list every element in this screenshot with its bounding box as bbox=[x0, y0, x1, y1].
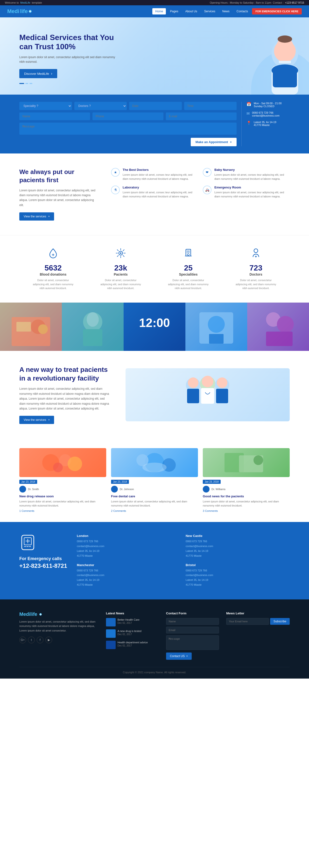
blood-label: Blood donations bbox=[31, 273, 75, 276]
footer-about-col: Medilife Lorem ipsum dolor sit amet, con… bbox=[19, 612, 99, 660]
nav-contacts[interactable]: Contacts bbox=[234, 8, 251, 14]
dot-active[interactable] bbox=[19, 83, 24, 84]
city-london-name: London bbox=[77, 534, 181, 538]
blood-icon bbox=[31, 247, 75, 261]
social-google[interactable]: G+ bbox=[19, 637, 26, 643]
nav-pages[interactable]: Pages bbox=[167, 8, 181, 14]
nav-emergency-btn[interactable]: FOR EMERGENCIES CLICK HERE bbox=[252, 8, 302, 14]
city-manchester-addr1: Laleet 35, lio 14-19 bbox=[77, 578, 181, 583]
news-title-0[interactable]: Better Health Care bbox=[118, 618, 140, 622]
svg-point-40 bbox=[208, 316, 225, 333]
nav-home[interactable]: Home bbox=[152, 8, 166, 14]
svg-rect-24 bbox=[186, 249, 191, 256]
blog-image-1 bbox=[111, 448, 198, 477]
email-input[interactable] bbox=[166, 113, 237, 120]
footer-message-input[interactable] bbox=[166, 636, 219, 650]
template-text: template bbox=[32, 1, 42, 4]
city-bristol-name: Bristol bbox=[186, 563, 290, 567]
calendar-icon: 📅 bbox=[246, 102, 251, 106]
city-london-phone: 0060 673 729 766 bbox=[77, 539, 181, 544]
blog-comments-1[interactable]: 2 Comments bbox=[111, 509, 198, 512]
appt-row2 bbox=[19, 113, 237, 120]
city-london-addr2: 41770 Miaste bbox=[77, 554, 181, 558]
specialities-desc: Dolor sit amet, consectetur adipiscing e… bbox=[166, 278, 210, 290]
blog-comments-0[interactable]: 1 Comments bbox=[19, 509, 106, 512]
hero-section: Medical Services that You can Trust 100%… bbox=[0, 18, 309, 95]
doctor-select[interactable]: Doctors ? bbox=[74, 102, 127, 110]
specialty-select[interactable]: Speciality ? bbox=[19, 102, 72, 110]
hero-description: Lorem ipsum dolor sit amet, consectetur … bbox=[19, 55, 121, 64]
nav-services[interactable]: Services bbox=[201, 8, 218, 14]
blog-comments-2[interactable]: 3 Comments bbox=[203, 509, 290, 512]
laboratory-title: Laboratory bbox=[123, 186, 198, 189]
service-baby-nursery: ❤ Baby Nursery Lorem ipsum dolor sit ame… bbox=[203, 168, 290, 181]
view-services-button[interactable]: View the services + bbox=[19, 212, 54, 221]
contact-phone[interactable]: +123 6517 9715 bbox=[285, 1, 304, 4]
appt-submit-row: Make an Appointment + bbox=[19, 138, 237, 146]
emergency-phone[interactable]: +12-823-611-8721 bbox=[19, 562, 67, 569]
svg-rect-41 bbox=[209, 334, 223, 344]
social-facebook[interactable]: f bbox=[37, 637, 43, 643]
laboratory-desc: Lorem ipsum dolor sit amet, consec teur … bbox=[123, 190, 198, 198]
appointment-form: Speciality ? Doctors ? Make an Appointme… bbox=[19, 102, 237, 146]
photo-strip: 12:00 bbox=[0, 303, 309, 351]
news-title-1[interactable]: A new drug is tested bbox=[118, 629, 142, 633]
author-avatar-0 bbox=[19, 486, 26, 493]
news-title-2[interactable]: Health department advice bbox=[118, 641, 148, 644]
about-description: Lorem ipsum dolor sit amet, consectetur … bbox=[19, 188, 97, 208]
blog-image-2 bbox=[203, 448, 290, 477]
city-newcastle: New Castle 0060 673 729 766 contact@busi… bbox=[186, 534, 290, 558]
footer-name-input[interactable] bbox=[166, 618, 219, 625]
plus-icon: + bbox=[230, 140, 232, 144]
news-thumb-2 bbox=[106, 641, 116, 649]
hours-info: 📅 Mon - Sat 09:00 - 21:00 Sunday CLOSED bbox=[246, 102, 290, 107]
dot-1[interactable] bbox=[25, 83, 28, 84]
city-manchester-phone: 0060 673 729 766 bbox=[77, 568, 181, 573]
laboratory-icon: ⚗ bbox=[111, 186, 120, 194]
photo-3: 12:00 bbox=[124, 303, 185, 351]
patients-label: Pacients bbox=[99, 273, 143, 276]
social-youtube[interactable]: ▶ bbox=[45, 637, 52, 643]
best-doctors-title: The Best Doctors bbox=[123, 168, 198, 172]
hero-cta-button[interactable]: Discover MediLife › bbox=[19, 69, 57, 78]
blog-title-2: Good news for the pacients bbox=[203, 494, 290, 498]
location-icon: 📍 bbox=[246, 121, 251, 125]
stat-specialities: 25 Specialities Dolor sit amet, consecte… bbox=[166, 247, 210, 290]
treatment-description: Lorem ipsum dolor sit amet, consectetur … bbox=[19, 386, 111, 411]
emergency-cities-grid: London 0060 673 729 766 contact@business… bbox=[77, 534, 290, 587]
nav-about[interactable]: About Us bbox=[182, 8, 200, 14]
address-line2: 41770 Miaste bbox=[254, 124, 276, 126]
city-london: London 0060 673 729 766 contact@business… bbox=[77, 534, 181, 558]
treatment-right bbox=[126, 368, 290, 421]
svg-rect-7 bbox=[279, 61, 291, 63]
footer-contact-submit[interactable]: Contact US + bbox=[166, 652, 192, 660]
phone-input[interactable] bbox=[92, 113, 163, 120]
date-input[interactable] bbox=[129, 102, 182, 110]
blog-image-0 bbox=[19, 448, 106, 477]
brand-link[interactable]: MediLife bbox=[20, 1, 30, 4]
author-name-1: Dr. Johnson bbox=[120, 488, 134, 491]
city-manchester-addr2: 41770 Miaste bbox=[77, 583, 181, 587]
contact-email-info: contact@business.com bbox=[252, 114, 280, 117]
service-emergency-room: 🚑 Emergency Room Lorem ipsum dolor sit a… bbox=[203, 186, 290, 198]
svg-rect-50 bbox=[201, 388, 214, 404]
treatment-cta-button[interactable]: View the services + bbox=[19, 416, 54, 424]
name-input[interactable] bbox=[19, 113, 90, 120]
newsletter-email-input[interactable] bbox=[226, 618, 269, 625]
social-twitter[interactable]: t bbox=[28, 637, 35, 643]
news-date-2: Dec 02, 2017 bbox=[118, 644, 148, 647]
footer-grid: Medilife Lorem ipsum dolor sit amet, con… bbox=[19, 612, 290, 660]
time-input[interactable] bbox=[184, 102, 237, 110]
appointment-submit-button[interactable]: Make an Appointment + bbox=[191, 138, 237, 146]
newsletter-subscribe-button[interactable]: Subscribe bbox=[270, 618, 290, 625]
nav-news[interactable]: News bbox=[219, 8, 233, 14]
city-london-email: contact@business.com bbox=[77, 544, 181, 549]
dot-2[interactable] bbox=[29, 83, 32, 84]
svg-rect-53 bbox=[216, 389, 228, 403]
logo-icon bbox=[29, 10, 32, 13]
footer-email-input[interactable] bbox=[166, 627, 219, 633]
address-info: 📍 Laleet 35, lio 14-19 41770 Miaste bbox=[246, 121, 290, 126]
footer-contact-title: Contact Form bbox=[166, 612, 219, 615]
photo-4 bbox=[185, 303, 247, 351]
message-input[interactable] bbox=[19, 123, 237, 135]
